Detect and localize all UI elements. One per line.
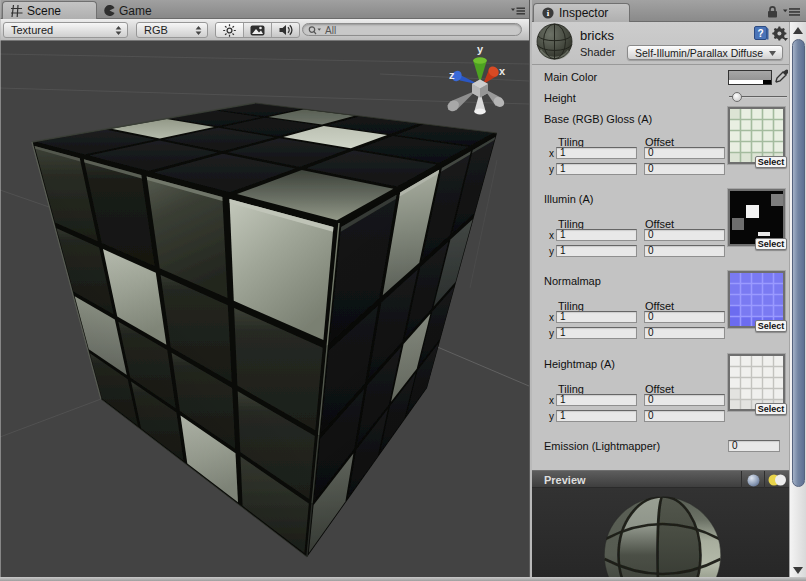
svg-text:z: z xyxy=(449,69,455,81)
svg-text:x: x xyxy=(499,65,506,77)
svg-text:y: y xyxy=(477,43,484,55)
svg-text:?: ? xyxy=(757,28,763,39)
